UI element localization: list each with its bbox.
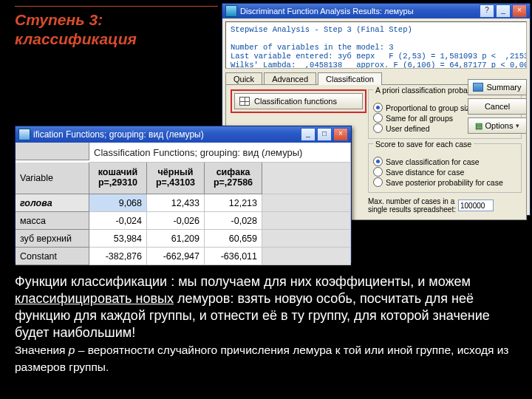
classification-functions-button[interactable]: Classification functions xyxy=(234,93,363,109)
help-button[interactable]: ? xyxy=(480,4,494,18)
score-save-group: Score to save for each case Save classif… xyxy=(368,143,522,193)
grid-corner xyxy=(16,143,89,160)
titlebar[interactable]: Discriminant Function Analysis Results: … xyxy=(222,4,530,18)
classification-functions-spreadsheet: ification Functions; grouping: вид (лему… xyxy=(15,126,352,263)
cell[interactable]: 12,213 xyxy=(205,194,262,212)
classification-functions-label: Classification functions xyxy=(254,97,337,106)
cell[interactable]: -0,026 xyxy=(147,212,205,230)
summary-button[interactable]: Summary xyxy=(468,79,527,95)
col-head-1[interactable]: чёрныйp=,43103 xyxy=(147,163,205,194)
close-button[interactable]: × xyxy=(512,4,527,18)
cell[interactable]: -662,947 xyxy=(147,248,205,265)
col-filler xyxy=(262,163,351,194)
cell[interactable]: 61,209 xyxy=(147,230,205,248)
close-button[interactable]: × xyxy=(333,128,348,141)
row-head[interactable]: Constant xyxy=(16,248,89,265)
minimize-button[interactable]: _ xyxy=(301,128,316,141)
variable-header: Variable xyxy=(16,163,89,194)
row-filler xyxy=(262,212,351,230)
radio-save-distance[interactable]: Save distance for case xyxy=(373,167,516,177)
options-icon: ▤ xyxy=(475,121,482,131)
cell[interactable]: 9,068 xyxy=(89,194,147,212)
score-legend: Score to save for each case xyxy=(373,140,474,149)
row-head[interactable]: масса xyxy=(16,212,89,230)
row-filler xyxy=(262,230,351,248)
maximize-button[interactable]: □ xyxy=(317,128,332,141)
radio-save-classification[interactable]: Save classification for case xyxy=(373,157,516,166)
app-icon xyxy=(225,5,237,17)
row-head[interactable]: зуб верхний xyxy=(16,230,89,248)
data-grid[interactable]: Classification Functions; grouping: вид … xyxy=(16,143,351,265)
window-title: ification Functions; grouping: вид (лему… xyxy=(33,129,204,140)
slide-body-text: Функции классификации : мы получаем для … xyxy=(15,273,517,375)
classification-functions-highlight: Classification functions xyxy=(231,89,366,113)
cell[interactable]: 53,984 xyxy=(89,230,147,248)
row-head[interactable]: голова xyxy=(16,194,89,212)
summary-icon xyxy=(473,83,483,92)
tab-advanced[interactable]: Advanced xyxy=(264,72,316,85)
row-filler xyxy=(262,194,351,212)
radio-save-posterior[interactable]: Save posterior probability for case xyxy=(373,177,516,187)
cell[interactable]: -382,876 xyxy=(89,248,147,265)
tab-quick[interactable]: Quick xyxy=(225,72,262,85)
window-title: Discriminant Function Analysis Results: … xyxy=(240,7,414,16)
cell[interactable]: 12,433 xyxy=(147,194,205,212)
grid-icon xyxy=(239,97,250,106)
cell[interactable]: -636,011 xyxy=(205,248,262,265)
grid-caption: Classification Functions; grouping: вид … xyxy=(89,143,351,163)
options-button[interactable]: ▤Options▾ xyxy=(468,117,527,134)
chevron-down-icon: ▾ xyxy=(516,122,519,129)
col-head-0[interactable]: кошачийp=,29310 xyxy=(89,163,147,194)
minimize-button[interactable]: _ xyxy=(496,4,511,18)
cell[interactable]: -0,028 xyxy=(205,212,262,230)
sheet-icon xyxy=(18,129,30,140)
tab-classification[interactable]: Classification xyxy=(318,72,382,85)
cell[interactable]: -0,024 xyxy=(89,212,147,230)
col-head-2[interactable]: сифакаp=,27586 xyxy=(205,163,262,194)
slide-title: Ступень 3: классификация xyxy=(15,10,207,50)
max-cases-row: Max. number of cases in asingle results … xyxy=(368,197,522,214)
titlebar[interactable]: ification Functions; grouping: вид (лему… xyxy=(16,126,351,143)
cell[interactable]: 60,659 xyxy=(205,230,262,248)
cancel-button[interactable]: Cancel xyxy=(468,98,527,115)
analysis-summary-text: Stepwise Analysis - Step 3 (Final Step) … xyxy=(225,21,527,69)
row-filler xyxy=(262,248,351,265)
max-cases-input[interactable] xyxy=(458,200,494,211)
